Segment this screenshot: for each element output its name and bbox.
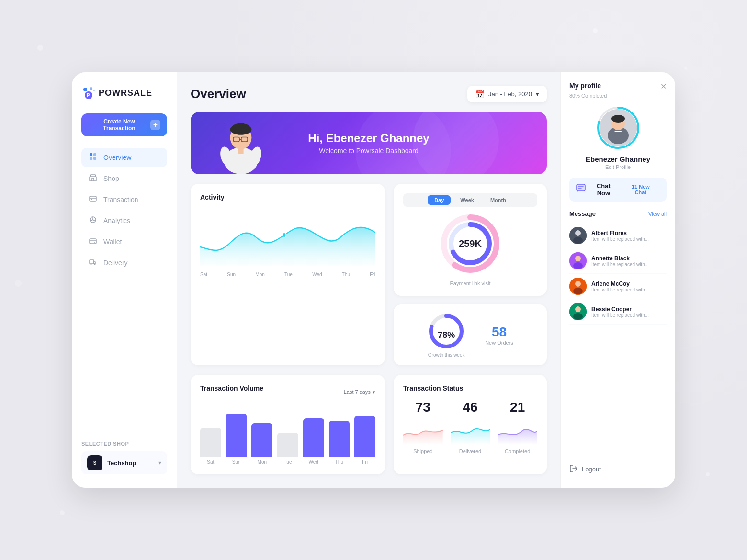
bar-wed-label: Wed (309, 459, 318, 465)
sidebar-item-shop[interactable]: Shop (81, 169, 167, 188)
bar-chart: Sat Sun Mon Tue (200, 407, 375, 465)
banner-text: Hi, Ebenezer Ghanney Welcome to Powrsale… (308, 132, 429, 155)
bar-tue-label: Tue (284, 459, 292, 465)
messages-header: Message View all (569, 210, 667, 217)
tab-day[interactable]: Day (428, 195, 451, 205)
donut-chart: 259K (439, 213, 501, 275)
date-filter[interactable]: 📅 Jan - Feb, 2020 ▾ (467, 86, 547, 102)
annette-preview: Item will be replaced with... (591, 262, 667, 267)
albert-preview: Item will be replaced with... (591, 236, 667, 242)
activity-card: Activity Sat Sun Mon (191, 184, 385, 365)
shipped-label: Shipped (403, 448, 443, 454)
status-mini-charts: Shipped (403, 421, 537, 445)
sidebar-item-wallet[interactable]: Wallet (81, 232, 167, 251)
date-filter-label: Jan - Feb, 2020 (488, 90, 532, 98)
profile-edit-link[interactable]: Edit Profile (569, 164, 667, 170)
greeting-text: Hi, Ebenezer Ghanney (308, 132, 429, 145)
transaction-volume-card: Transaction Volume Last 7 days ▾ Sat Sun (191, 375, 385, 474)
logout-icon (569, 464, 578, 474)
svg-point-28 (283, 233, 286, 237)
sidebar-item-transaction[interactable]: Transaction (81, 190, 167, 209)
bar-mon-label: Mon (258, 459, 267, 465)
status-delivered: 46 (451, 400, 490, 415)
shop-avatar: S (87, 455, 102, 470)
sidebar-item-delivery[interactable]: Delivery (81, 253, 167, 272)
chat-now-button[interactable]: Chat Now 11 New Chat (569, 178, 667, 202)
status-numbers: 73 46 21 (403, 400, 537, 415)
view-all-link[interactable]: View all (648, 211, 667, 217)
delivered-mini-chart: Delivered (451, 421, 490, 445)
new-orders-section: 58 New Orders (485, 325, 513, 346)
svg-rect-41 (577, 184, 585, 191)
svg-point-21 (232, 123, 249, 133)
albert-name: Albert Flores (591, 230, 667, 236)
profile-completion: 80% Completed (569, 93, 667, 99)
tab-month[interactable]: Month (484, 195, 513, 205)
svg-rect-11 (91, 199, 92, 200)
completed-mini-chart: Completed (498, 421, 537, 445)
svg-rect-25 (238, 148, 243, 154)
svg-point-14 (94, 242, 95, 243)
donut-center: 259K (459, 238, 482, 249)
right-stats-panel: Day Week Month (394, 184, 547, 365)
svg-rect-9 (90, 177, 96, 181)
bar-sat-label: Sat (207, 459, 214, 465)
day-mon: Mon (255, 272, 264, 277)
create-transaction-button[interactable]: Create New Transaction + (81, 113, 167, 136)
sidebar-item-label: Wallet (103, 238, 122, 246)
svg-point-17 (94, 264, 96, 265)
sidebar-bottom: Selected Shop S Techshop ▾ (81, 441, 167, 474)
tabs-row: Day Week Month (403, 193, 537, 207)
message-item-albert[interactable]: Albert Flores Item will be replaced with… (569, 223, 667, 248)
day-wed: Wed (312, 272, 322, 277)
sidebar-item-overview[interactable]: Overview (81, 148, 167, 167)
svg-point-54 (573, 313, 583, 320)
banner-avatar (210, 112, 272, 174)
wallet-icon (88, 237, 98, 246)
logout-button[interactable]: Logout (569, 460, 667, 478)
close-button[interactable]: ✕ (660, 82, 667, 91)
profile-name: Ebenezer Ghanney (569, 155, 667, 163)
bar-fri-bar (354, 416, 375, 457)
bar-wed-bar (303, 418, 324, 457)
chat-badge: 11 New Chat (622, 183, 660, 196)
right-panel: My profile ✕ 80% Completed (560, 72, 675, 488)
day-tue: Tue (284, 272, 293, 277)
annette-info: Annette Black Item will be replaced with… (591, 255, 667, 267)
shop-selector[interactable]: S Techshop ▾ (81, 451, 167, 474)
message-item-bessie[interactable]: Bessie Cooper Item will be replaced with… (569, 299, 667, 325)
chart-days: Sat Sun Mon Tue Wed Thu Fri (200, 272, 375, 277)
bar-tue: Tue (277, 433, 298, 465)
donut-value: 259K (459, 238, 482, 249)
message-item-arlene[interactable]: Arlene McCoy Item will be replaced with.… (569, 274, 667, 299)
logo-icon: P (81, 86, 96, 100)
bar-sat-bar (200, 428, 221, 457)
page-title: Overview (191, 87, 246, 101)
arlene-info: Arlene McCoy Item will be replaced with.… (591, 280, 667, 292)
status-completed: 21 (498, 400, 537, 415)
message-item-annette[interactable]: Annette Black Item will be replaced with… (569, 248, 667, 274)
plus-icon: + (150, 120, 160, 130)
tv-header: Transaction Volume Last 7 days ▾ (200, 384, 375, 400)
bar-mon: Mon (251, 423, 272, 465)
chat-btn-label: Chat Now (589, 182, 618, 197)
sidebar-item-analytics[interactable]: Analytics (81, 211, 167, 230)
welcome-banner: Hi, Ebenezer Ghanney Welcome to Powrsale… (191, 112, 547, 174)
albert-info: Albert Flores Item will be replaced with… (591, 230, 667, 242)
day-fri: Fri (370, 272, 375, 277)
bar-fri-label: Fri (362, 459, 368, 465)
bessie-name: Bessie Cooper (591, 306, 667, 313)
status-title: Transaction Status (403, 384, 537, 392)
tv-filter[interactable]: Last 7 days ▾ (344, 389, 375, 395)
svg-point-48 (573, 262, 583, 269)
chevron-down-icon: ▾ (373, 389, 375, 395)
growth-section: 78% Growth this week (427, 312, 465, 358)
logo-text: POWRSALE (99, 88, 152, 98)
arlene-avatar (569, 278, 587, 295)
donut-label: Payment link visit (450, 280, 491, 286)
tab-week[interactable]: Week (453, 195, 481, 205)
bar-fri: Fri (354, 416, 375, 465)
overview-icon (88, 153, 98, 162)
albert-avatar (569, 227, 587, 244)
svg-point-45 (573, 237, 583, 244)
